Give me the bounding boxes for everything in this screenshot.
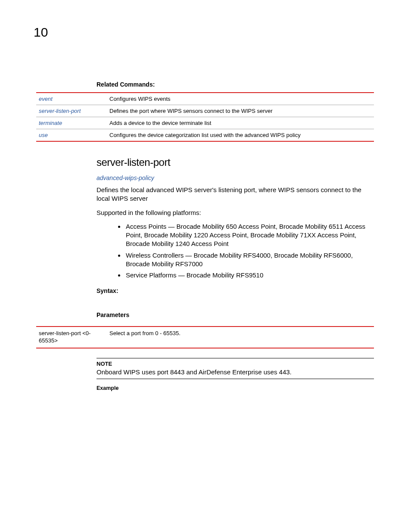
related-commands-heading: Related Commands: xyxy=(97,81,374,88)
cmd-desc: Configures WIPS events xyxy=(109,93,374,105)
cmd-link-terminate[interactable]: terminate xyxy=(39,120,62,126)
section-description: Defines the local advanced WIPS server's… xyxy=(97,186,374,203)
note-body: Onboard WIPS uses port 8443 and AirDefen… xyxy=(97,368,374,376)
page-content: Related Commands: event Configures WIPS … xyxy=(36,81,374,391)
param-desc: Select a port from 0 - 65535. xyxy=(109,327,374,348)
supported-platforms-label: Supported in the following platforms: xyxy=(97,208,374,217)
table-row: server-listen-port Defines the port wher… xyxy=(36,105,374,117)
table-row: event Configures WIPS events xyxy=(36,93,374,105)
parameters-heading: Parameters xyxy=(97,311,374,318)
crossref-link[interactable]: advanced-wips-policy xyxy=(97,174,374,181)
example-heading: Example xyxy=(97,385,374,391)
cmd-link-use[interactable]: use xyxy=(39,132,48,138)
cmd-link-server-listen-port[interactable]: server-listen-port xyxy=(39,108,81,114)
table-row: use Configures the device categorization… xyxy=(36,129,374,142)
platforms-list: Access Points — Brocade Mobility 650 Acc… xyxy=(125,222,374,280)
table-row: server-listen-port <0-65535> Select a po… xyxy=(36,327,374,348)
list-item: Wireless Controllers — Brocade Mobility … xyxy=(125,251,374,269)
note-block: NOTE Onboard WIPS uses port 8443 and Air… xyxy=(97,358,374,379)
syntax-heading: Syntax: xyxy=(97,287,374,294)
cmd-link-event[interactable]: event xyxy=(39,96,53,102)
note-title: NOTE xyxy=(97,361,374,367)
cmd-desc: Adds a device to the device terminate li… xyxy=(109,117,374,129)
parameters-table: server-listen-port <0-65535> Select a po… xyxy=(36,326,374,348)
list-item: Access Points — Brocade Mobility 650 Acc… xyxy=(125,222,374,249)
param-name: server-listen-port <0-65535> xyxy=(36,327,109,348)
cmd-desc: Configures the device categorization lis… xyxy=(109,129,374,142)
section-title: server-listen-port xyxy=(97,156,374,168)
related-commands-table: event Configures WIPS events server-list… xyxy=(36,92,374,142)
table-row: terminate Adds a device to the device te… xyxy=(36,117,374,129)
list-item: Service Platforms — Brocade Mobility RFS… xyxy=(125,271,374,280)
page-number: 10 xyxy=(34,25,48,40)
cmd-desc: Defines the port where WIPS sensors conn… xyxy=(109,105,374,117)
